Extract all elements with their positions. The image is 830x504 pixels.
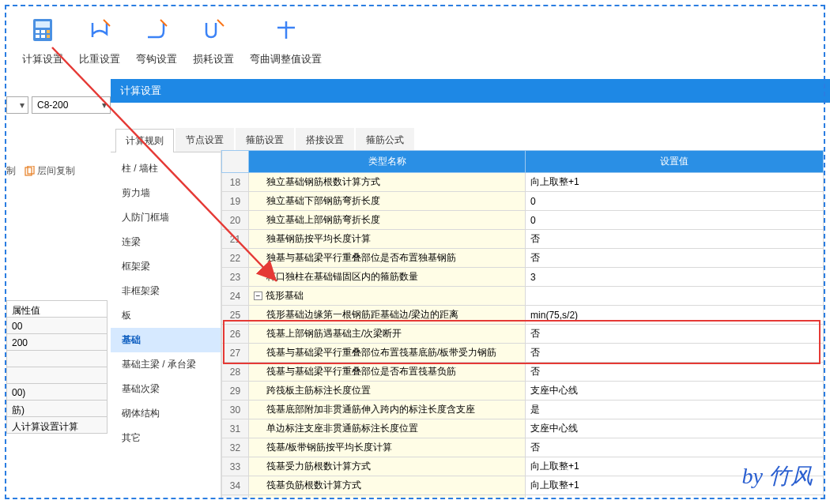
signature: by 竹风 — [742, 461, 813, 491]
property-header: 属性值 — [6, 300, 108, 318]
svg-rect-5 — [36, 35, 40, 38]
tab-0[interactable]: 计算规则 — [115, 129, 174, 152]
table-row[interactable]: 28筏基与基础梁平行重叠部位是否布置筏基负筋否 — [222, 363, 824, 382]
table-row[interactable]: 18独立基础钢筋根数计算方式向上取整+1 — [222, 173, 824, 192]
toolbar-loss-settings[interactable]: 损耗设置 — [185, 11, 242, 71]
toolbar-label: 弯钩设置 — [136, 52, 177, 66]
category-item[interactable]: 砌体结构 — [111, 401, 221, 426]
category-item[interactable]: 连梁 — [111, 230, 221, 254]
table-row[interactable]: 32筏基/板带钢筋按平均长度计算否 — [222, 438, 824, 457]
svg-rect-2 — [36, 30, 40, 33]
category-item[interactable]: 其它 — [111, 426, 221, 450]
tab-strip: 计算规则节点设置箍筋设置搭接设置箍筋公式 — [111, 126, 824, 152]
tab-2[interactable]: 箍筋设置 — [236, 128, 294, 152]
toolbar-weight-settings[interactable]: 比重设置 — [71, 11, 128, 71]
property-row[interactable]: 00 — [6, 317, 108, 334]
table-row[interactable]: 33筏基受力筋根数计算方式向上取整+1 — [222, 457, 824, 476]
category-item[interactable]: 非框架梁 — [111, 279, 221, 303]
property-row[interactable]: 人计算设置计算 — [6, 416, 108, 434]
col-value-header: 设置值 — [526, 151, 824, 173]
property-row[interactable]: 00) — [6, 383, 108, 401]
copy-button-a[interactable]: 制 — [6, 164, 16, 178]
svg-rect-3 — [41, 30, 45, 33]
col-rownum — [222, 151, 249, 173]
table-row[interactable]: 30筏基底部附加非贯通筋伸入跨内的标注长度含支座是 — [222, 401, 824, 419]
collapse-icon[interactable]: − — [254, 291, 262, 300]
svg-rect-7 — [47, 35, 50, 38]
toolbar-label: 弯曲调整值设置 — [250, 52, 322, 66]
category-list: 柱 / 墙柱剪力墙人防门框墙连梁框架梁非框架梁板基础基础主梁 / 承台梁基础次梁… — [111, 150, 221, 498]
property-row[interactable] — [6, 350, 108, 367]
table-row[interactable]: 26筏基上部钢筋遇基础主/次梁断开否 — [222, 325, 824, 344]
bend-icon — [272, 16, 300, 44]
property-panel: 属性值 00 200 00) 筋) 人计算设置计算 — [6, 300, 108, 433]
settings-grid-wrap: 类型名称 设置值 18独立基础钢筋根数计算方式向上取整+119独立基础下部钢筋弯… — [221, 150, 824, 498]
property-row[interactable]: 筋) — [6, 400, 108, 417]
svg-rect-1 — [36, 21, 50, 28]
category-item[interactable]: 基础主梁 / 承台梁 — [111, 352, 221, 377]
property-row[interactable] — [6, 367, 108, 384]
category-item[interactable]: 剪力墙 — [111, 181, 221, 205]
rebar-spec-combo[interactable]: C8-200 — [32, 96, 111, 114]
hook-icon — [142, 16, 171, 44]
toolbar-label: 计算设置 — [22, 52, 63, 66]
toolbar-calc-settings[interactable]: 计算设置 — [14, 11, 71, 71]
toolbar-label: 比重设置 — [79, 52, 120, 66]
table-row[interactable]: 31单边标注支座非贯通筋标注长度位置支座中心线 — [222, 419, 824, 438]
table-row[interactable]: 34筏基负筋根数计算方式向上取整+1 — [222, 476, 824, 495]
table-row[interactable]: 27筏基与基础梁平行重叠部位布置筏基底筋/板带受力钢筋否 — [222, 344, 824, 363]
tab-1[interactable]: 节点设置 — [175, 128, 234, 152]
left-controls: C8-200 制 层间复制 — [6, 88, 111, 178]
table-row[interactable]: 20独立基础上部钢筋弯折长度0 — [222, 211, 824, 230]
main-toolbar: 计算设置 比重设置 弯钩设置 损耗设置 弯曲调整值设置 — [0, 0, 830, 79]
toolbar-hook-settings[interactable]: 弯钩设置 — [128, 11, 185, 71]
dialog-title: 计算设置 — [111, 79, 830, 103]
category-item[interactable]: 柱 / 墙柱 — [111, 156, 221, 181]
svg-rect-6 — [41, 35, 45, 38]
table-row[interactable]: 23杯口独柱在基础锚固区内的箍筋数量3 — [222, 268, 824, 287]
small-combo[interactable] — [6, 96, 28, 114]
toolbar-bend-settings[interactable]: 弯曲调整值设置 — [242, 11, 330, 71]
category-item[interactable]: 人防门框墙 — [111, 205, 221, 230]
table-row[interactable]: 22独基与基础梁平行重叠部位是否布置独基钢筋否 — [222, 249, 824, 268]
category-item[interactable]: 基础次梁 — [111, 377, 221, 401]
table-row[interactable]: 24−筏形基础 — [222, 287, 824, 306]
table-row[interactable]: 29跨筏板主筋标注长度位置支座中心线 — [222, 382, 824, 401]
dialog-body: 计算规则节点设置箍筋设置搭接设置箍筋公式 柱 / 墙柱剪力墙人防门框墙连梁框架梁… — [111, 126, 824, 498]
settings-grid: 类型名称 设置值 18独立基础钢筋根数计算方式向上取整+119独立基础下部钢筋弯… — [221, 150, 824, 498]
layer-copy-button[interactable]: 层间复制 — [24, 164, 75, 178]
category-item[interactable]: 板 — [111, 303, 221, 328]
col-name-header: 类型名称 — [249, 151, 526, 173]
table-row[interactable]: 19独立基础下部钢筋弯折长度0 — [222, 192, 824, 211]
toolbar-label: 损耗设置 — [193, 52, 234, 66]
property-row[interactable]: 200 — [6, 333, 108, 351]
category-item[interactable]: 框架梁 — [111, 254, 221, 279]
table-row[interactable]: 35柱下板带受力筋根数计算方式向上取整+1 — [222, 495, 824, 498]
tab-3[interactable]: 搭接设置 — [296, 128, 354, 152]
copy-icon — [24, 166, 35, 177]
calculator-icon — [28, 16, 57, 44]
svg-rect-4 — [47, 30, 50, 33]
category-item[interactable]: 基础 — [111, 328, 221, 352]
table-row[interactable]: 25筏形基础边缘第一根钢筋距基础边/梁边的距离min(75,s/2) — [222, 306, 824, 325]
weight-icon — [85, 16, 114, 44]
table-row[interactable]: 21独基钢筋按平均长度计算否 — [222, 230, 824, 249]
tab-4[interactable]: 箍筋公式 — [356, 128, 414, 152]
loss-icon — [199, 16, 228, 44]
